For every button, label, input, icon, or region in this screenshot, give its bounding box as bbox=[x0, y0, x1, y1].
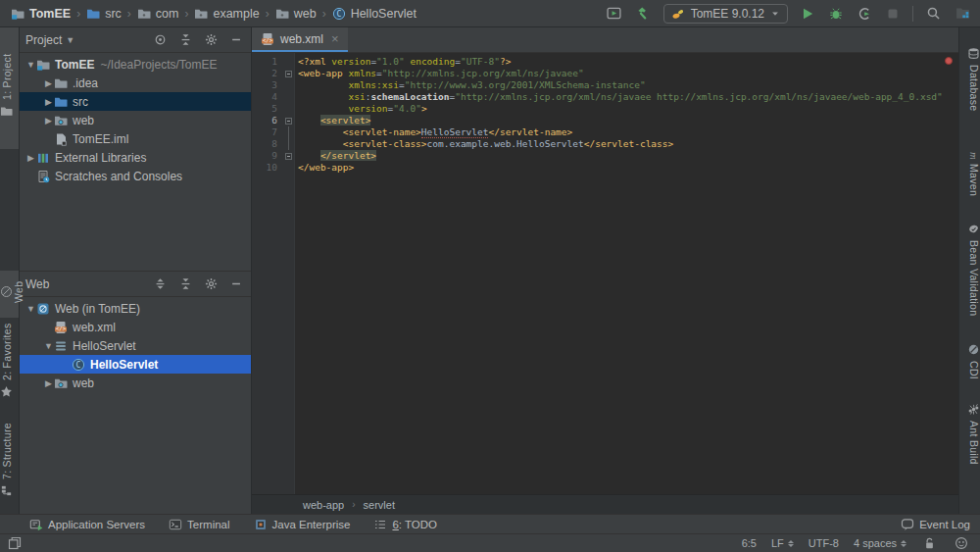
code-line-7[interactable]: 7 <servlet-name>HelloServlet</servlet-na… bbox=[252, 126, 958, 138]
tree-toggle-icon[interactable]: ▼ bbox=[43, 341, 54, 351]
code-line-9[interactable]: 9 </servlet> bbox=[252, 150, 958, 162]
breadcrumb-item-example[interactable]: example bbox=[191, 7, 262, 21]
caret-position[interactable]: 6:5 bbox=[742, 537, 757, 549]
hide-panel-button[interactable] bbox=[228, 276, 245, 292]
xml-breadcrumb-servlet[interactable]: servlet bbox=[364, 499, 395, 511]
run-button[interactable] bbox=[799, 5, 816, 23]
tree-item-src[interactable]: ▶src bbox=[20, 92, 251, 111]
project-structure-icon bbox=[956, 6, 970, 21]
line-number[interactable]: 1 bbox=[252, 56, 281, 68]
line-number[interactable]: 9 bbox=[252, 150, 281, 162]
tomee-icon bbox=[671, 7, 685, 21]
panel-settings-button[interactable] bbox=[203, 31, 220, 48]
line-number[interactable]: 6 bbox=[252, 115, 281, 126]
tree-item-web-xml[interactable]: </>web.xml bbox=[20, 318, 251, 336]
tree-toggle-icon[interactable]: ▶ bbox=[43, 97, 54, 107]
toolwindow-stripe-tab-maven[interactable]: mMaven bbox=[959, 133, 980, 204]
tree-item-tomee[interactable]: ▼TomEE~/IdeaProjects/TomEE bbox=[20, 55, 251, 74]
debug-button[interactable] bbox=[827, 5, 845, 23]
hide-panel-button[interactable] bbox=[228, 31, 245, 48]
collapse-all-button[interactable] bbox=[177, 31, 194, 48]
toolwindow-terminal[interactable]: Terminal bbox=[169, 518, 229, 531]
code-line-3[interactable]: 3 xmlns:xsi="http://www.w3.org/2001/XMLS… bbox=[252, 79, 958, 91]
line-number[interactable]: 3 bbox=[252, 79, 281, 91]
indent-selector[interactable]: 4 spaces bbox=[854, 537, 906, 549]
code-line-10[interactable]: 10</web-app> bbox=[252, 162, 958, 174]
locate-file-button[interactable] bbox=[152, 31, 169, 48]
project-structure-button[interactable] bbox=[954, 4, 972, 23]
build-button[interactable] bbox=[634, 4, 653, 23]
tree-item--idea[interactable]: ▶.idea bbox=[20, 74, 251, 92]
line-number[interactable]: 8 bbox=[252, 138, 281, 150]
tree-item-web[interactable]: ▶web bbox=[20, 111, 251, 129]
toolwindow-stripe-tab-bean-validation[interactable]: Bean Validation bbox=[959, 212, 980, 322]
web-tree: ▼Web (in TomEE)</>web.xml▼HelloServletCH… bbox=[20, 297, 251, 514]
line-number[interactable]: 10 bbox=[252, 162, 281, 174]
error-indicator[interactable] bbox=[945, 57, 953, 65]
tree-toggle-icon[interactable]: ▼ bbox=[25, 60, 36, 70]
toolwindow-stripe-tab-1-project[interactable]: 1: Project bbox=[0, 27, 19, 149]
editor-tab-webxml[interactable]: </> web.xml × bbox=[252, 27, 348, 52]
tree-item-helloservlet[interactable]: ▼HelloServlet bbox=[20, 336, 251, 355]
expand-all-button[interactable] bbox=[152, 276, 169, 292]
tree-item-web-in-tomee-[interactable]: ▼Web (in TomEE) bbox=[20, 299, 251, 318]
collapse-all-button[interactable] bbox=[177, 276, 194, 292]
breadcrumb-item-src[interactable]: src bbox=[83, 7, 124, 21]
toolwindow-java-enterprise[interactable]: Java Enterprise bbox=[254, 518, 351, 531]
close-icon[interactable]: × bbox=[331, 31, 339, 46]
coverage-button[interactable] bbox=[856, 5, 873, 23]
readonly-toggle[interactable] bbox=[921, 535, 938, 552]
xml-breadcrumb-web-app[interactable]: web-app bbox=[303, 499, 344, 511]
breadcrumb-item-com[interactable]: com bbox=[134, 7, 182, 21]
fold-marker[interactable] bbox=[281, 150, 295, 162]
toolwindow-stripe-tab-cdi[interactable]: CDI bbox=[959, 331, 980, 386]
toolwindow-todo[interactable]: 6: TODO bbox=[373, 518, 437, 531]
tree-item-tomee-iml[interactable]: TomEE.iml bbox=[20, 129, 251, 148]
tree-item-external-libraries[interactable]: ▶External Libraries bbox=[20, 148, 251, 167]
code-line-8[interactable]: 8 <servlet-class>com.example.web.HelloSe… bbox=[252, 138, 958, 150]
code-line-5[interactable]: 5 version="4.0"> bbox=[252, 103, 958, 115]
play-icon bbox=[801, 7, 814, 21]
code-line-4[interactable]: 4 xsi:schemaLocation="http://xmlns.jcp.o… bbox=[252, 91, 958, 103]
line-number[interactable]: 5 bbox=[252, 103, 281, 115]
chevron-down-icon[interactable]: ▼ bbox=[66, 35, 74, 45]
toolwindow-stripe-tab-database[interactable]: Database bbox=[959, 31, 980, 122]
breadcrumb-item-web[interactable]: web bbox=[272, 7, 319, 21]
file-encoding[interactable]: UTF-8 bbox=[808, 537, 839, 549]
run-anything-button[interactable] bbox=[605, 4, 623, 23]
tree-item-helloservlet[interactable]: CHelloServlet bbox=[20, 355, 251, 374]
toolwindow-application-servers[interactable]: Application Servers bbox=[29, 518, 145, 531]
event-log-button[interactable]: Event Log bbox=[901, 518, 970, 531]
servlet-group-icon bbox=[54, 339, 68, 353]
tree-toggle-icon[interactable]: ▼ bbox=[25, 304, 36, 314]
search-everywhere-button[interactable] bbox=[924, 4, 943, 23]
toolwindow-stripe-tab-ant-build[interactable]: Ant Build bbox=[959, 392, 980, 471]
code-editor[interactable]: 1<?xml version="1.0" encoding="UTF-8"?>2… bbox=[252, 53, 958, 494]
code-line-1[interactable]: 1<?xml version="1.0" encoding="UTF-8"?> bbox=[252, 56, 958, 68]
toolwindow-switcher-button[interactable] bbox=[6, 534, 24, 552]
tree-item-scratches-and-consoles[interactable]: Scratches and Consoles bbox=[20, 167, 251, 185]
toolwindow-stripe-tab-7-structure[interactable]: 7: Structure bbox=[0, 418, 19, 508]
code-line-2[interactable]: 2<web-app xmlns="http://xmlns.jcp.org/xm… bbox=[252, 68, 958, 79]
line-number[interactable]: 7 bbox=[252, 126, 281, 138]
tree-toggle-icon[interactable]: ▶ bbox=[43, 378, 54, 388]
breadcrumb-item-helloservlet[interactable]: CHelloServlet bbox=[329, 7, 419, 21]
tree-toggle-icon[interactable]: ▶ bbox=[43, 78, 54, 88]
breadcrumb-item-tomee[interactable]: TomEE bbox=[8, 7, 74, 21]
toolwindow-stripe-tab-web[interactable]: Web bbox=[0, 271, 19, 318]
code-line-6[interactable]: 6 <servlet> bbox=[252, 115, 958, 126]
fold-marker[interactable] bbox=[281, 115, 295, 126]
line-number[interactable]: 2 bbox=[252, 68, 281, 79]
panel-settings-button[interactable] bbox=[203, 276, 220, 292]
inspection-profile-button[interactable] bbox=[953, 534, 970, 552]
toolwindow-stripe-tab-2-favorites[interactable]: 2: Favorites bbox=[0, 318, 19, 408]
application-servers-icon bbox=[29, 518, 43, 531]
line-number[interactable]: 4 bbox=[252, 91, 281, 103]
tree-toggle-icon[interactable]: ▶ bbox=[25, 153, 36, 163]
line-ending-selector[interactable]: LF bbox=[771, 537, 794, 549]
tree-toggle-icon[interactable]: ▶ bbox=[43, 116, 54, 125]
fold-marker[interactable] bbox=[281, 68, 295, 79]
run-window-icon bbox=[607, 6, 621, 21]
tree-item-web[interactable]: ▶web bbox=[20, 374, 251, 392]
run-configuration-selector[interactable]: TomEE 9.0.12 bbox=[663, 4, 788, 24]
